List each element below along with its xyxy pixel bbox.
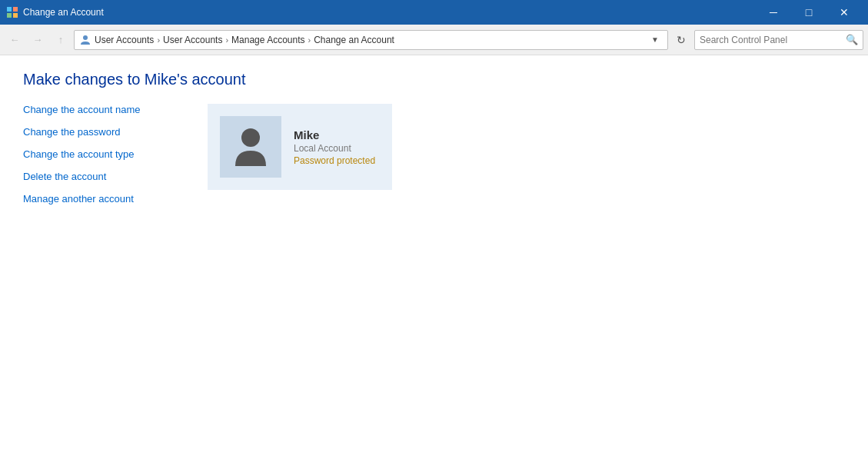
search-box: 🔍 xyxy=(694,30,863,50)
svg-rect-2 xyxy=(7,13,12,18)
change-account-name-link[interactable]: Change the account name xyxy=(23,104,177,115)
svg-rect-0 xyxy=(7,7,12,12)
breadcrumb-item-3: Manage Accounts xyxy=(231,35,304,45)
title-bar-left: Change an Account xyxy=(6,6,104,18)
breadcrumb-dropdown-button[interactable]: ▼ xyxy=(647,31,663,49)
main-content: Make changes to Mike's account Change th… xyxy=(0,55,868,231)
app-icon xyxy=(6,6,18,18)
search-icon: 🔍 xyxy=(846,34,858,45)
account-avatar xyxy=(220,116,281,178)
minimize-button[interactable]: ─ xyxy=(756,0,791,25)
avatar-icon xyxy=(231,124,270,170)
svg-rect-1 xyxy=(13,7,18,12)
content-area: Change the account name Change the passw… xyxy=(23,104,845,215)
forward-button[interactable]: → xyxy=(28,30,48,50)
title-bar-controls: ─ □ ✕ xyxy=(756,0,862,25)
account-card: Mike Local Account Password protected xyxy=(208,104,392,190)
title-bar: Change an Account ─ □ ✕ xyxy=(0,0,868,25)
change-password-link[interactable]: Change the password xyxy=(23,126,177,138)
svg-point-5 xyxy=(241,128,260,147)
delete-account-link[interactable]: Delete the account xyxy=(23,171,177,182)
refresh-button[interactable]: ↻ xyxy=(671,30,691,50)
breadcrumb-item-1: User Accounts xyxy=(95,35,154,45)
account-name: Mike xyxy=(294,128,375,141)
svg-point-4 xyxy=(83,35,88,40)
close-button[interactable]: ✕ xyxy=(826,0,862,25)
maximize-button[interactable]: □ xyxy=(791,0,826,25)
account-info: Mike Local Account Password protected xyxy=(294,128,375,166)
up-button[interactable]: ↑ xyxy=(51,30,71,50)
breadcrumb-item-4: Change an Account xyxy=(314,35,394,45)
back-button[interactable]: ← xyxy=(5,30,25,50)
search-input[interactable] xyxy=(700,35,846,45)
svg-rect-3 xyxy=(13,13,18,18)
account-type: Local Account xyxy=(294,143,375,154)
address-bar: ← → ↑ User Accounts › User Accounts › Ma… xyxy=(0,25,868,55)
manage-another-account-link[interactable]: Manage another account xyxy=(23,193,177,205)
account-status: Password protected xyxy=(294,155,375,166)
links-section: Change the account name Change the passw… xyxy=(23,104,177,215)
breadcrumb: User Accounts › User Accounts › Manage A… xyxy=(74,30,668,50)
title-bar-title: Change an Account xyxy=(23,7,104,18)
change-account-type-link[interactable]: Change the account type xyxy=(23,148,177,160)
breadcrumb-icon xyxy=(79,34,91,46)
breadcrumb-item-2: User Accounts xyxy=(163,35,222,45)
page-heading: Make changes to Mike's account xyxy=(23,71,845,88)
